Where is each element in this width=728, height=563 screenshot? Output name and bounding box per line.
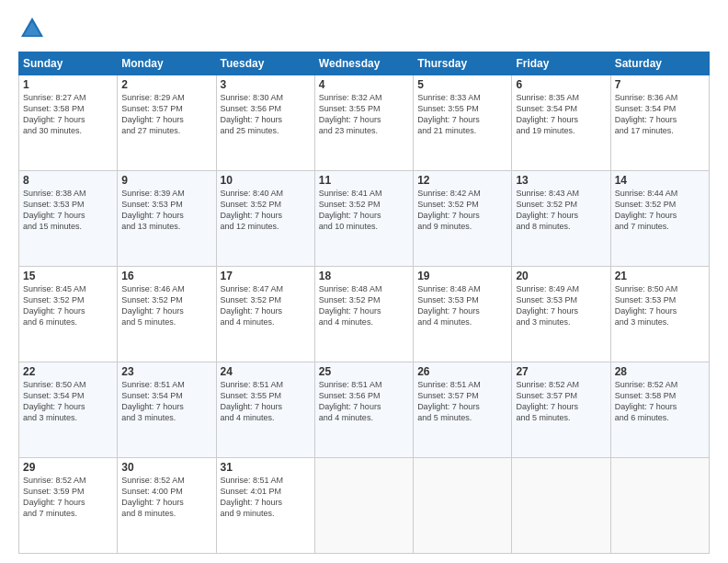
week-row-1: 1Sunrise: 8:27 AMSunset: 3:58 PMDaylight…	[19, 75, 710, 171]
day-number: 11	[319, 174, 409, 187]
day-info: Sunrise: 8:30 AMSunset: 3:56 PMDaylight:…	[221, 92, 311, 137]
day-number: 28	[615, 365, 705, 378]
day-info: Sunrise: 8:51 AMSunset: 3:56 PMDaylight:…	[319, 379, 409, 424]
day-cell	[512, 458, 610, 554]
day-cell	[414, 458, 512, 554]
day-info: Sunrise: 8:35 AMSunset: 3:54 PMDaylight:…	[516, 92, 606, 137]
day-cell	[610, 458, 709, 554]
day-info: Sunrise: 8:51 AMSunset: 3:57 PMDaylight:…	[417, 379, 507, 424]
day-info: Sunrise: 8:51 AMSunset: 3:54 PMDaylight:…	[121, 379, 211, 424]
day-number: 3	[221, 78, 311, 91]
day-info: Sunrise: 8:38 AMSunset: 3:53 PMDaylight:…	[23, 188, 113, 233]
day-info: Sunrise: 8:52 AMSunset: 3:59 PMDaylight:…	[23, 475, 113, 520]
day-number: 19	[417, 270, 507, 282]
day-info: Sunrise: 8:33 AMSunset: 3:55 PMDaylight:…	[417, 92, 507, 137]
day-cell: 24Sunrise: 8:51 AMSunset: 3:55 PMDayligh…	[216, 362, 314, 458]
day-number: 4	[319, 78, 409, 91]
day-info: Sunrise: 8:45 AMSunset: 3:52 PMDaylight:…	[23, 283, 113, 328]
day-cell: 3Sunrise: 8:30 AMSunset: 3:56 PMDaylight…	[216, 75, 314, 171]
weekday-header-monday: Monday	[118, 52, 216, 75]
day-cell: 21Sunrise: 8:50 AMSunset: 3:53 PMDayligh…	[610, 267, 709, 362]
day-number: 23	[121, 365, 211, 378]
day-number: 26	[417, 365, 507, 378]
day-info: Sunrise: 8:42 AMSunset: 3:52 PMDaylight:…	[417, 188, 507, 233]
day-cell: 6Sunrise: 8:35 AMSunset: 3:54 PMDaylight…	[512, 75, 610, 171]
day-number: 14	[615, 174, 705, 187]
day-number: 17	[221, 270, 311, 282]
day-cell: 30Sunrise: 8:52 AMSunset: 4:00 PMDayligh…	[118, 458, 216, 554]
logo	[18, 15, 50, 42]
calendar-table: SundayMondayTuesdayWednesdayThursdayFrid…	[18, 52, 710, 554]
day-number: 2	[121, 78, 211, 91]
day-number: 12	[417, 174, 507, 187]
week-row-2: 8Sunrise: 8:38 AMSunset: 3:53 PMDaylight…	[19, 171, 710, 267]
day-info: Sunrise: 8:29 AMSunset: 3:57 PMDaylight:…	[121, 92, 211, 137]
day-cell: 17Sunrise: 8:47 AMSunset: 3:52 PMDayligh…	[216, 267, 314, 362]
week-row-4: 22Sunrise: 8:50 AMSunset: 3:54 PMDayligh…	[19, 362, 710, 458]
day-info: Sunrise: 8:40 AMSunset: 3:52 PMDaylight:…	[221, 188, 311, 233]
weekday-header-friday: Friday	[512, 52, 610, 75]
day-number: 7	[615, 78, 705, 91]
weekday-header-wednesday: Wednesday	[314, 52, 413, 75]
day-info: Sunrise: 8:51 AMSunset: 3:55 PMDaylight:…	[221, 379, 311, 424]
day-number: 10	[221, 174, 311, 187]
day-cell: 19Sunrise: 8:48 AMSunset: 3:53 PMDayligh…	[414, 267, 512, 362]
day-info: Sunrise: 8:46 AMSunset: 3:52 PMDaylight:…	[121, 283, 211, 328]
weekday-header-row: SundayMondayTuesdayWednesdayThursdayFrid…	[19, 52, 710, 75]
day-number: 8	[23, 174, 113, 187]
day-cell: 25Sunrise: 8:51 AMSunset: 3:56 PMDayligh…	[314, 362, 413, 458]
day-number: 15	[23, 270, 113, 282]
day-info: Sunrise: 8:27 AMSunset: 3:58 PMDaylight:…	[23, 92, 113, 137]
day-cell: 28Sunrise: 8:52 AMSunset: 3:58 PMDayligh…	[610, 362, 709, 458]
day-number: 6	[516, 78, 606, 91]
day-info: Sunrise: 8:47 AMSunset: 3:52 PMDaylight:…	[221, 283, 311, 328]
day-number: 25	[319, 365, 409, 378]
day-cell: 8Sunrise: 8:38 AMSunset: 3:53 PMDaylight…	[19, 171, 118, 267]
day-cell: 22Sunrise: 8:50 AMSunset: 3:54 PMDayligh…	[19, 362, 118, 458]
day-cell	[314, 458, 413, 554]
day-cell: 18Sunrise: 8:48 AMSunset: 3:52 PMDayligh…	[314, 267, 413, 362]
day-number: 20	[516, 270, 606, 282]
day-number: 22	[23, 365, 113, 378]
day-info: Sunrise: 8:48 AMSunset: 3:52 PMDaylight:…	[319, 283, 409, 328]
day-number: 24	[221, 365, 311, 378]
day-number: 16	[121, 270, 211, 282]
day-cell: 12Sunrise: 8:42 AMSunset: 3:52 PMDayligh…	[414, 171, 512, 267]
day-cell: 1Sunrise: 8:27 AMSunset: 3:58 PMDaylight…	[19, 75, 118, 171]
day-cell: 9Sunrise: 8:39 AMSunset: 3:53 PMDaylight…	[118, 171, 216, 267]
day-number: 9	[121, 174, 211, 187]
week-row-5: 29Sunrise: 8:52 AMSunset: 3:59 PMDayligh…	[19, 458, 710, 554]
day-cell: 2Sunrise: 8:29 AMSunset: 3:57 PMDaylight…	[118, 75, 216, 171]
day-number: 18	[319, 270, 409, 282]
day-cell: 15Sunrise: 8:45 AMSunset: 3:52 PMDayligh…	[19, 267, 118, 362]
day-info: Sunrise: 8:52 AMSunset: 4:00 PMDaylight:…	[121, 475, 211, 520]
week-row-3: 15Sunrise: 8:45 AMSunset: 3:52 PMDayligh…	[19, 267, 710, 362]
day-info: Sunrise: 8:50 AMSunset: 3:54 PMDaylight:…	[23, 379, 113, 424]
day-info: Sunrise: 8:36 AMSunset: 3:54 PMDaylight:…	[615, 92, 705, 137]
day-cell: 20Sunrise: 8:49 AMSunset: 3:53 PMDayligh…	[512, 267, 610, 362]
logo-icon	[18, 15, 46, 42]
day-cell: 16Sunrise: 8:46 AMSunset: 3:52 PMDayligh…	[118, 267, 216, 362]
day-number: 5	[417, 78, 507, 91]
day-number: 31	[221, 461, 311, 474]
day-info: Sunrise: 8:39 AMSunset: 3:53 PMDaylight:…	[121, 188, 211, 233]
day-number: 1	[23, 78, 113, 91]
header	[18, 15, 710, 42]
day-info: Sunrise: 8:50 AMSunset: 3:53 PMDaylight:…	[615, 283, 705, 328]
weekday-header-thursday: Thursday	[414, 52, 512, 75]
weekday-header-sunday: Sunday	[19, 52, 118, 75]
day-number: 27	[516, 365, 606, 378]
day-cell: 26Sunrise: 8:51 AMSunset: 3:57 PMDayligh…	[414, 362, 512, 458]
page: SundayMondayTuesdayWednesdayThursdayFrid…	[0, 0, 728, 563]
day-info: Sunrise: 8:52 AMSunset: 3:57 PMDaylight:…	[516, 379, 606, 424]
weekday-header-tuesday: Tuesday	[216, 52, 314, 75]
day-number: 21	[615, 270, 705, 282]
day-cell: 7Sunrise: 8:36 AMSunset: 3:54 PMDaylight…	[610, 75, 709, 171]
day-cell: 31Sunrise: 8:51 AMSunset: 4:01 PMDayligh…	[216, 458, 314, 554]
day-cell: 5Sunrise: 8:33 AMSunset: 3:55 PMDaylight…	[414, 75, 512, 171]
day-cell: 23Sunrise: 8:51 AMSunset: 3:54 PMDayligh…	[118, 362, 216, 458]
day-cell: 13Sunrise: 8:43 AMSunset: 3:52 PMDayligh…	[512, 171, 610, 267]
day-info: Sunrise: 8:43 AMSunset: 3:52 PMDaylight:…	[516, 188, 606, 233]
weekday-header-saturday: Saturday	[610, 52, 709, 75]
day-cell: 4Sunrise: 8:32 AMSunset: 3:55 PMDaylight…	[314, 75, 413, 171]
